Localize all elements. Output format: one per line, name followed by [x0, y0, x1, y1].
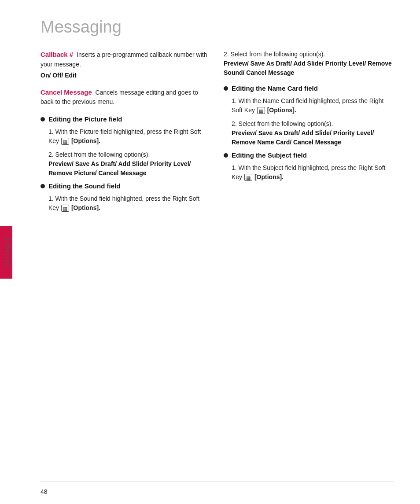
- picture-step1-options: [Options].: [71, 137, 100, 144]
- picture-step2: 2. Select from the following option(s). …: [48, 150, 210, 178]
- namecard-step1-options: [Options].: [267, 107, 296, 114]
- callback-term: Callback #: [41, 51, 73, 58]
- picture-step2-intro: 2. Select from the following option(s).: [48, 151, 150, 158]
- namecard-bullet: [224, 86, 228, 91]
- soft-key-icon-subject: ▦: [244, 174, 252, 181]
- picture-heading-container: Editing the Picture field: [41, 115, 210, 123]
- subject-bullet: [224, 153, 228, 158]
- right-column: 2. Select from the following option(s). …: [224, 50, 394, 217]
- right-step2-intro: 2. Select from the following option(s).: [224, 51, 325, 58]
- picture-bullet: [41, 117, 45, 121]
- sound-bullet: [41, 184, 45, 188]
- right-step2-sound: 2. Select from the following option(s). …: [224, 50, 394, 77]
- soft-key-icon-namecard: ▦: [257, 107, 265, 114]
- bottom-border: [41, 482, 394, 482]
- namecard-step2: 2. Select from the following option(s). …: [232, 119, 394, 147]
- subject-step1-options: [Options].: [254, 173, 284, 180]
- left-column: Callback # Inserts a pre-programmed call…: [41, 50, 210, 217]
- right-step2-options: Preview/ Save As Draft/ Add Slide/ Prior…: [224, 59, 394, 77]
- namecard-step1: 1. With the Name Card field highlighted,…: [232, 96, 394, 115]
- sound-heading-container: Editing the Sound field: [41, 182, 210, 190]
- sound-step1: 1. With the Sound field highlighted, pre…: [48, 194, 210, 213]
- subject-heading-container: Editing the Subject field: [224, 151, 394, 159]
- picture-heading: Editing the Picture field: [48, 115, 122, 123]
- page-number: 48: [41, 488, 48, 495]
- soft-key-icon-picture: ▦: [61, 138, 69, 145]
- callback-options: On/ Off/ Edit: [41, 72, 210, 79]
- namecard-heading-container: Editing the Name Card field: [224, 85, 394, 92]
- sidebar-label: Messaging: [4, 237, 10, 267]
- subject-heading: Editing the Subject field: [232, 151, 307, 159]
- picture-step2-options: Preview/ Save As Draft/ Add Slide/ Prior…: [48, 159, 210, 178]
- sound-heading: Editing the Sound field: [48, 182, 120, 190]
- cancel-message-section: Cancel Message Cancels message editing a…: [41, 88, 210, 107]
- callback-section: Callback # Inserts a pre-programmed call…: [41, 50, 210, 79]
- cancel-term: Cancel Message: [41, 88, 92, 96]
- soft-key-icon-sound: ▦: [61, 205, 69, 212]
- sound-step1-options: [Options].: [71, 204, 100, 211]
- picture-step1: 1. With the Picture field highlighted, p…: [48, 127, 210, 146]
- namecard-step2-options: Preview/ Save As Draft/ Add Slide/ Prior…: [232, 129, 394, 147]
- namecard-step1-text: 1. With the Name Card field highlighted,…: [232, 97, 384, 114]
- sidebar: Messaging: [0, 0, 14, 504]
- page-title: Messaging: [14, 0, 420, 45]
- namecard-heading: Editing the Name Card field: [232, 85, 318, 92]
- namecard-step2-intro: 2. Select from the following option(s).: [232, 120, 333, 127]
- subject-step1: 1. With the Subject field highlighted, p…: [232, 163, 394, 182]
- page-container: Messaging Messaging Callback # Inserts a…: [0, 0, 420, 504]
